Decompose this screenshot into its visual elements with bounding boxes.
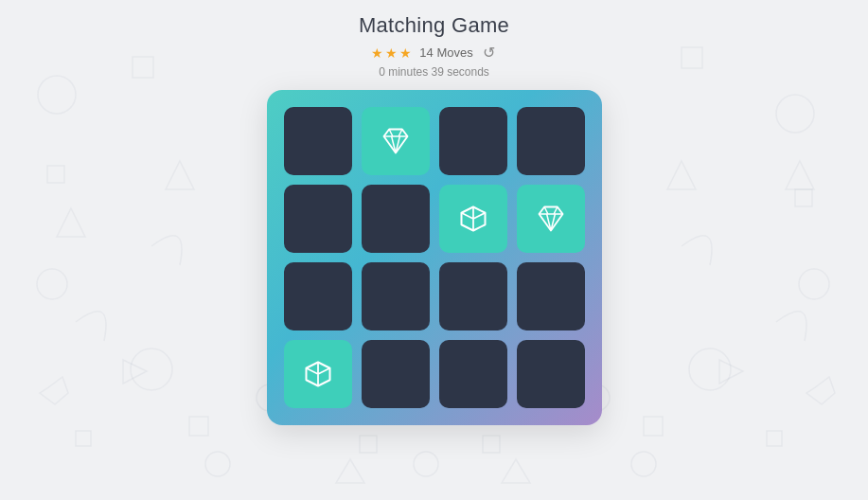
svg-rect-25 [767, 431, 782, 446]
card-r3c1[interactable] [362, 340, 430, 408]
card-r0c3[interactable] [517, 107, 585, 175]
stars-display: ★ ★ ★ [371, 45, 412, 61]
svg-rect-24 [76, 431, 91, 446]
stats-row: ★ ★ ★ 14 Moves ↺ [371, 42, 496, 63]
timer-display: 0 minutes 39 seconds [379, 65, 489, 79]
svg-marker-28 [502, 459, 530, 483]
game-board [267, 90, 602, 425]
diamond-icon [381, 127, 410, 155]
star-3: ★ [399, 45, 412, 61]
card-r1c1[interactable] [362, 185, 430, 253]
card-r3c0[interactable] [284, 340, 352, 408]
card-grid [284, 107, 585, 408]
svg-rect-12 [360, 436, 377, 453]
moves-count: 14 Moves [419, 45, 472, 60]
card-r2c3[interactable] [517, 262, 585, 330]
card-r1c2[interactable] [439, 185, 507, 253]
svg-rect-13 [483, 436, 500, 453]
star-1: ★ [371, 45, 383, 61]
card-r0c1[interactable] [362, 107, 430, 175]
game-title: Matching Game [359, 13, 509, 38]
svg-marker-27 [336, 459, 364, 483]
card-r1c0[interactable] [284, 185, 352, 253]
card-r3c3[interactable] [517, 340, 585, 408]
refresh-button[interactable]: ↺ [481, 42, 497, 63]
card-r0c2[interactable] [439, 107, 507, 175]
cube-icon [459, 205, 487, 233]
svg-point-29 [205, 452, 230, 476]
svg-point-26 [414, 452, 438, 476]
card-r2c2[interactable] [439, 262, 507, 330]
star-2: ★ [385, 45, 398, 61]
card-r2c0[interactable] [284, 262, 352, 330]
card-r3c2[interactable] [439, 340, 507, 408]
svg-point-30 [631, 452, 656, 476]
card-r1c3[interactable] [517, 185, 585, 253]
diamond-icon [537, 205, 565, 233]
card-r2c1[interactable] [362, 262, 430, 330]
card-r0c0[interactable] [284, 107, 352, 175]
cube-icon [304, 360, 332, 388]
